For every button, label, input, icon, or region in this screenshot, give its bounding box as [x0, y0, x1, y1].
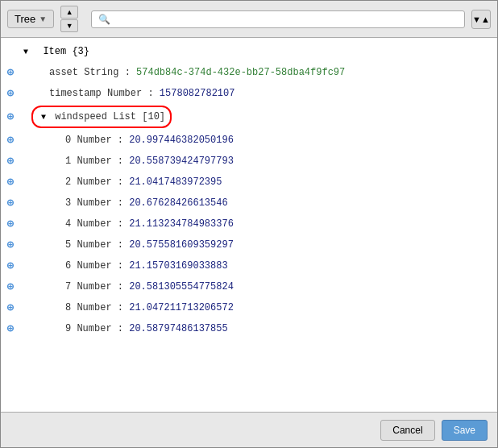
list-item-4-index: 4 — [65, 218, 71, 230]
list-item-2-value: 21.0417483972395 — [129, 176, 222, 188]
save-button[interactable]: Save — [442, 420, 488, 441]
list-item-6-type: Number : — [77, 260, 129, 272]
search-input[interactable] — [91, 10, 465, 28]
list-item-8-value: 21.047211713206572 — [129, 302, 234, 313]
root-item-label: Item {3} — [43, 46, 89, 57]
list-item-9-content: 9 Number : 20.58797486137855 — [17, 320, 494, 338]
list-item-9-row: ⊕ 9 Number : 20.58797486137855 — [1, 318, 497, 339]
windspeed-key: windspeed — [55, 111, 107, 122]
list-item-0-type: Number : — [77, 135, 129, 146]
list-item-7-row: ⊕ 7 Number : 20.581305554775824 — [1, 276, 497, 297]
list-item-9-index: 9 — [65, 323, 71, 334]
list-item-8-row: ⊕ 8 Number : 21.047211713206572 — [1, 297, 497, 318]
list-item-7-add-icon[interactable]: ⊕ — [4, 280, 17, 293]
toolbar: Tree ▼ ▲ ▼ ▼▲ — [1, 1, 497, 38]
list-item-1-value: 20.558739424797793 — [129, 156, 234, 167]
timestamp-row: ⊕ timestamp Number : 1578082782107 — [1, 83, 497, 104]
list-item-8-type: Number : — [77, 302, 129, 313]
list-item-7-type: Number : — [77, 281, 129, 292]
sort-buttons: ▲ ▼ — [60, 6, 78, 32]
list-item-6-content: 6 Number : 21.15703169033883 — [17, 257, 494, 275]
windspeed-type: List [10] — [113, 111, 165, 122]
list-item-0-content: 0 Number : 20.997446382050196 — [17, 131, 494, 149]
list-item-3-type: Number : — [77, 197, 129, 209]
list-item-5-add-icon[interactable]: ⊕ — [4, 239, 17, 251]
list-item-5-content: 5 Number : 20.575581609359297 — [17, 236, 494, 254]
root-toggle-icon[interactable]: ▼ — [20, 47, 31, 58]
tree-dropdown-button[interactable]: Tree ▼ — [7, 10, 54, 28]
list-item-5-value: 20.575581609359297 — [129, 239, 234, 251]
list-item-1-add-icon[interactable]: ⊕ — [4, 155, 17, 168]
list-item-2-index: 2 — [65, 176, 71, 188]
asset-content: asset String : 574db84c-374d-432e-bb27-5… — [17, 64, 494, 81]
list-item-8-index: 8 — [65, 302, 71, 313]
list-item-9-value: 20.58797486137855 — [129, 323, 227, 334]
tree-label: Tree — [15, 13, 35, 25]
list-item-9-type: Number : — [77, 323, 129, 334]
list-item-1-row: ⊕ 1 Number : 20.558739424797793 — [1, 151, 497, 172]
windspeed-highlight: ▼ windspeed List [10] — [31, 106, 172, 128]
list-item-7-content: 7 Number : 20.581305554775824 — [17, 278, 494, 296]
asset-type: String : — [84, 67, 136, 78]
asset-value: 574db84c-374d-432e-bb27-58dba4f9fc97 — [136, 67, 345, 78]
list-item-1-type: Number : — [77, 156, 129, 167]
list-item-4-value: 21.113234784983376 — [129, 218, 234, 230]
sort-down-button[interactable]: ▼ — [60, 19, 78, 32]
windspeed-row: ⊕ ▼ windspeed List [10] — [1, 104, 497, 130]
list-item-2-content: 2 Number : 21.0417483972395 — [17, 173, 494, 191]
list-item-3-index: 3 — [65, 197, 71, 209]
list-item-8-add-icon[interactable]: ⊕ — [4, 301, 17, 314]
list-item-7-value: 20.581305554775824 — [129, 281, 234, 292]
timestamp-add-icon[interactable]: ⊕ — [4, 87, 17, 100]
list-item-4-row: ⊕ 4 Number : 21.113234784983376 — [1, 214, 497, 234]
list-item-1-content: 1 Number : 20.558739424797793 — [17, 152, 494, 170]
list-item-5-row: ⊕ 5 Number : 20.575581609359297 — [1, 234, 497, 255]
windspeed-content: ▼ windspeed List [10] — [17, 106, 494, 128]
list-item-5-index: 5 — [65, 239, 71, 251]
list-item-0-index: 0 — [65, 135, 71, 146]
timestamp-content: timestamp Number : 1578082782107 — [17, 85, 494, 102]
list-item-6-value: 21.15703169033883 — [129, 260, 227, 272]
list-item-9-add-icon[interactable]: ⊕ — [4, 322, 17, 335]
list-item-7-index: 7 — [65, 281, 71, 292]
windspeed-toggle-icon[interactable]: ▼ — [38, 112, 49, 123]
list-item-1-index: 1 — [65, 156, 71, 167]
asset-add-icon[interactable]: ⊕ — [4, 66, 17, 79]
list-item-3-value: 20.67628426613546 — [129, 197, 227, 209]
list-item-2-type: Number : — [77, 176, 129, 188]
list-item-3-content: 3 Number : 20.67628426613546 — [17, 194, 494, 212]
list-item-4-content: 4 Number : 21.113234784983376 — [17, 215, 494, 233]
sort-up-button[interactable]: ▲ — [60, 6, 78, 19]
main-window: Tree ▼ ▲ ▼ ▼▲ ▼ Item {3} ⊕ asset String … — [0, 0, 498, 448]
cancel-button[interactable]: Cancel — [380, 420, 434, 441]
list-item-2-row: ⊕ 2 Number : 21.0417483972395 — [1, 172, 497, 193]
list-item-3-row: ⊕ 3 Number : 20.67628426613546 — [1, 193, 497, 214]
timestamp-type: Number : — [107, 88, 160, 99]
dropdown-arrow-icon: ▼ — [39, 15, 47, 23]
asset-key: asset — [49, 67, 78, 78]
timestamp-key: timestamp — [49, 88, 102, 99]
list-item-6-row: ⊕ 6 Number : 21.15703169033883 — [1, 255, 497, 276]
root-row: ▼ Item {3} — [1, 41, 497, 62]
list-item-8-content: 8 Number : 21.047211713206572 — [17, 299, 494, 317]
list-item-5-type: Number : — [77, 239, 129, 251]
list-item-0-value: 20.997446382050196 — [129, 135, 234, 146]
tree-content: ▼ Item {3} ⊕ asset String : 574db84c-374… — [1, 38, 497, 412]
list-item-2-add-icon[interactable]: ⊕ — [4, 176, 17, 189]
list-item-0-row: ⊕ 0 Number : 20.997446382050196 — [1, 130, 497, 151]
list-item-0-add-icon[interactable]: ⊕ — [4, 134, 17, 147]
asset-row: ⊕ asset String : 574db84c-374d-432e-bb27… — [1, 62, 497, 83]
list-item-6-add-icon[interactable]: ⊕ — [4, 259, 17, 272]
list-item-4-add-icon[interactable]: ⊕ — [4, 218, 17, 230]
filter-button[interactable]: ▼▲ — [471, 10, 491, 29]
footer: Cancel Save — [1, 412, 497, 447]
list-item-6-index: 6 — [65, 260, 71, 272]
list-item-4-type: Number : — [77, 218, 129, 230]
root-label: ▼ Item {3} — [20, 43, 494, 60]
timestamp-value: 1578082782107 — [160, 88, 235, 99]
windspeed-add-icon[interactable]: ⊕ — [4, 110, 17, 123]
list-item-3-add-icon[interactable]: ⊕ — [4, 197, 17, 209]
